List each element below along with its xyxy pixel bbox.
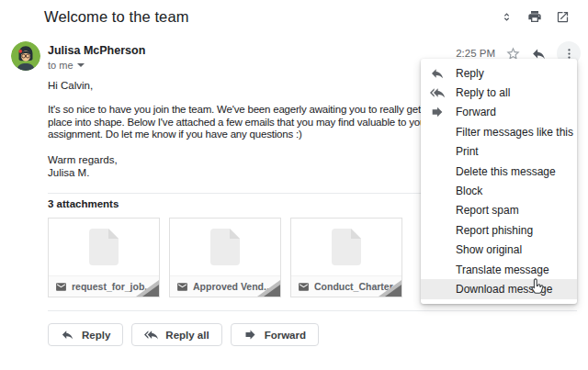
attachment-card[interactable]: Approved Vend... [169, 218, 281, 297]
menu-item-reply[interactable]: Reply [421, 63, 577, 83]
reply-icon [61, 328, 74, 342]
email-body: It's so nice to have you join the team. … [48, 104, 447, 141]
menu-item-label: Delete this message [456, 165, 556, 178]
print-icon[interactable] [527, 9, 542, 24]
sender-avatar [11, 41, 40, 71]
reply-icon [430, 66, 449, 81]
envelope-icon [298, 281, 310, 293]
menu-item-download-message[interactable]: Download message [421, 279, 577, 298]
menu-item-label: Print [456, 145, 479, 158]
reply-all-icon [144, 328, 158, 342]
body-line: It's so nice to have you join the team. … [48, 104, 447, 117]
footer-actions: Reply Reply all Forward [48, 323, 319, 346]
menu-item-label: Translate message [456, 263, 549, 276]
fold-corner [142, 285, 159, 297]
chevron-down-icon [77, 63, 85, 67]
forward-button[interactable]: Forward [231, 323, 319, 346]
menu-item-block[interactable]: Block [421, 181, 577, 200]
forward-button-label: Forward [265, 330, 306, 341]
menu-item-report-spam[interactable]: Report spam [421, 201, 577, 220]
email-signature: Julisa M. [48, 167, 89, 178]
email-greeting: Hi Calvin, [48, 80, 93, 91]
menu-item-delete[interactable]: Delete this message [421, 162, 577, 181]
menu-item-translate-message[interactable]: Translate message [421, 260, 577, 279]
reply-all-icon [430, 85, 449, 100]
attachments-actions-divider [48, 310, 577, 311]
attachment-card[interactable]: request_for_job.. [48, 218, 160, 297]
hand-cursor [526, 277, 547, 301]
fold-corner [264, 285, 280, 297]
menu-item-label: Forward [456, 106, 496, 118]
expand-all-icon[interactable] [500, 10, 514, 24]
timestamp: 2:25 PM [456, 48, 495, 59]
document-icon [89, 229, 119, 269]
document-icon [210, 229, 240, 269]
attachments-count: 3 attachments [48, 198, 119, 209]
menu-item-forward[interactable]: Forward [421, 103, 577, 122]
menu-item-print[interactable]: Print [421, 142, 577, 162]
email-closing: Warm regards, [48, 154, 118, 165]
forward-icon [243, 328, 257, 342]
menu-item-label: Show original [456, 243, 522, 256]
attachments-row: request_for_job.. Approved Vend... [48, 218, 402, 297]
recipient-details-toggle[interactable]: to me [48, 60, 85, 71]
open-in-new-icon[interactable] [556, 10, 570, 24]
reply-button-label: Reply [82, 330, 110, 341]
email-subject: Welcome to the team [44, 8, 189, 26]
menu-item-label: Filter messages like this [456, 126, 573, 139]
document-icon [332, 229, 361, 269]
reply-all-button-label: Reply all [165, 330, 209, 341]
body-line: assignment. Do let me know if you have a… [48, 129, 447, 141]
context-menu: Reply Reply to all Forward Filter messag… [421, 59, 577, 304]
attachment-card[interactable]: Conduct_Charter [290, 218, 402, 297]
gmail-message-view: Welcome to the team [0, 0, 588, 370]
reply-button[interactable]: Reply [48, 323, 123, 346]
menu-item-label: Reply to all [456, 86, 510, 99]
envelope-icon [55, 281, 67, 293]
message-toolbar [500, 9, 570, 24]
menu-item-show-original[interactable]: Show original [421, 241, 577, 260]
sender-name: Julisa McPherson [48, 44, 145, 57]
recipient-label: to me [48, 60, 74, 71]
menu-item-label: Report spam [456, 204, 519, 217]
reply-all-button[interactable]: Reply all [131, 323, 221, 346]
envelope-icon [176, 281, 188, 293]
menu-item-reply-to-all[interactable]: Reply to all [421, 83, 577, 102]
menu-item-label: Report phishing [456, 224, 533, 237]
menu-item-filter-messages[interactable]: Filter messages like this [421, 122, 577, 141]
menu-item-label: Reply [456, 67, 484, 80]
body-line: place into shape. Below I've attached a … [48, 117, 447, 129]
menu-item-label: Block [456, 185, 482, 197]
forward-icon [430, 105, 449, 119]
menu-item-report-phishing[interactable]: Report phishing [421, 220, 577, 240]
fold-corner [385, 285, 401, 297]
